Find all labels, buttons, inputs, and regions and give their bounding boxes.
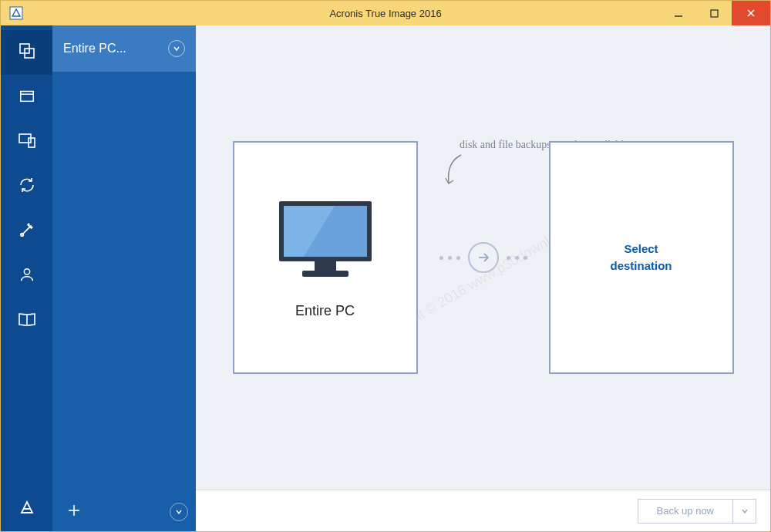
svg-rect-2: [711, 10, 718, 17]
nav-sync-devices[interactable]: [1, 120, 52, 164]
acronis-logo-icon: [19, 499, 35, 519]
minimize-button[interactable]: [661, 1, 696, 25]
backup-entry-selected[interactable]: Entire PC...: [52, 25, 196, 72]
backup-list-panel: Entire PC...: [52, 25, 196, 531]
svg-rect-7: [20, 92, 33, 102]
backup-entry-label: Entire PC...: [63, 42, 168, 56]
backup-now-dropdown[interactable]: [733, 499, 756, 524]
nav-help[interactable]: [1, 298, 52, 343]
devices-icon: [18, 132, 36, 152]
nav-backup[interactable]: [1, 30, 52, 75]
svg-point-12: [24, 269, 29, 274]
main-panel: disk and file backups are also available…: [196, 25, 770, 531]
destination-label-2: destination: [610, 258, 672, 275]
dots-right: [507, 256, 527, 260]
nav-brand[interactable]: [1, 487, 52, 531]
person-icon: [19, 266, 35, 286]
nav-sync[interactable]: [1, 164, 52, 209]
backup-list-footer: [52, 493, 196, 531]
add-backup-button[interactable]: [60, 498, 88, 526]
sync-icon: [18, 176, 36, 197]
backup-stage: Entire PC Select destination: [196, 25, 770, 490]
flow-arrow: [439, 242, 527, 273]
copy-icon: [18, 42, 36, 63]
backup-now-button[interactable]: Back up now: [638, 499, 733, 524]
nav-rail: [1, 25, 52, 531]
svg-rect-21: [302, 271, 348, 277]
maximize-button[interactable]: [696, 1, 732, 25]
window-controls: [661, 1, 770, 25]
plus-icon: [66, 503, 82, 521]
nav-archive[interactable]: [1, 75, 52, 120]
source-caption: Entire PC: [295, 303, 355, 319]
titlebar: Acronis True Image 2016: [1, 1, 770, 25]
chevron-down-icon: [175, 505, 183, 519]
book-icon: [18, 311, 36, 330]
chevron-down-icon[interactable]: [168, 40, 185, 57]
app-body: Entire PC...: [1, 25, 770, 531]
close-button[interactable]: [732, 1, 770, 25]
arrow-right-icon: [468, 242, 499, 273]
source-card[interactable]: Entire PC: [233, 141, 418, 374]
app-icon: [5, 2, 27, 24]
footer-bar: Back up now: [196, 490, 770, 531]
destination-label-1: Select: [624, 241, 658, 258]
nav-tools[interactable]: [1, 209, 52, 254]
dots-left: [439, 256, 460, 260]
nav-account[interactable]: [1, 254, 52, 298]
chevron-down-icon: [741, 504, 749, 518]
expand-list-button[interactable]: [170, 503, 188, 521]
archive-icon: [19, 87, 35, 107]
window-title: Acronis True Image 2016: [1, 8, 770, 19]
destination-card[interactable]: Select destination: [549, 141, 734, 374]
svg-rect-20: [315, 261, 336, 271]
pc-monitor-icon: [273, 197, 378, 285]
tools-icon: [19, 221, 35, 241]
app-window: Acronis True Image 2016: [0, 0, 771, 532]
